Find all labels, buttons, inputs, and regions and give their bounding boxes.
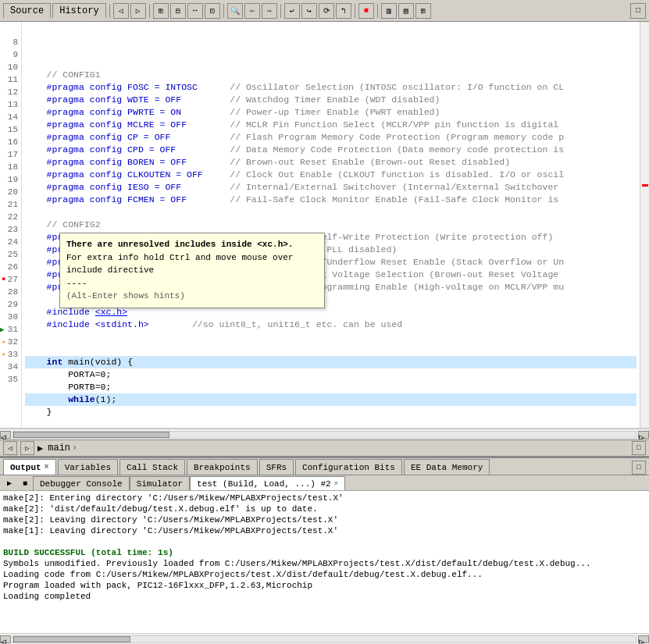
code-line: PORTA=0;	[25, 368, 637, 381]
toolbar-separator-3	[223, 4, 224, 18]
nav-forward-btn[interactable]: ▷	[20, 441, 34, 455]
gutter-line: 10	[0, 61, 21, 73]
line-number: 16	[8, 137, 18, 147]
history-tab[interactable]: History	[52, 3, 105, 18]
code-line: #pragma config FOSC = INTOSC // Oscillat…	[25, 81, 637, 94]
tab-ee-data[interactable]: EE Data Memory	[404, 459, 490, 475]
current-line-arrow-icon: ▶	[0, 326, 4, 334]
tab-output[interactable]: Output ×	[3, 459, 56, 475]
toolbar-btn-15[interactable]: ⊞	[415, 3, 431, 19]
console-line: BUILD SUCCESSFUL (total time: 1s)	[3, 547, 646, 558]
toolbar-btn-search[interactable]: 🔍	[227, 3, 243, 19]
toolbar-btn-7[interactable]: ⇦	[244, 3, 260, 19]
tab-sfrs[interactable]: SFRs	[259, 459, 294, 475]
line-number: 27	[8, 275, 18, 284]
gutter-line: 30	[0, 311, 21, 323]
sub-tab-simulator[interactable]: Simulator	[130, 476, 190, 490]
console-hscroll-track[interactable]	[12, 635, 637, 643]
console-line: Symbols unmodified. Previously loaded fr…	[3, 558, 646, 569]
tooltip-line1: For extra info hold Ctrl and move mouse …	[66, 251, 318, 277]
toolbar-btn-5[interactable]: ↔	[187, 3, 203, 19]
toolbar-btn-12[interactable]: ↰	[336, 3, 351, 19]
line-number: 14	[8, 112, 18, 122]
toolbar-btn-4[interactable]: ⊟	[170, 3, 186, 19]
toolbar-btn-13[interactable]: ▥	[381, 3, 397, 19]
line-number: 17	[8, 150, 18, 159]
gutter-line: 13	[0, 98, 21, 111]
line-number: 29	[8, 300, 18, 309]
toolbar-btn-11[interactable]: ⟳	[319, 3, 334, 19]
console-hscroll-thumb[interactable]	[13, 636, 130, 642]
gutter-line: 11	[0, 73, 21, 86]
nav-maximize[interactable]: □	[632, 441, 646, 455]
tab-call-stack[interactable]: Call Stack	[119, 459, 185, 475]
sub-tab-build[interactable]: test (Build, Load, ...) #2 ×	[190, 476, 345, 490]
hscroll-track[interactable]	[12, 431, 637, 439]
sub-tab-build-close[interactable]: ×	[334, 480, 338, 488]
toolbar-btn-9[interactable]: ↩	[284, 3, 300, 19]
hscroll-right-btn[interactable]: ▷	[638, 431, 649, 439]
toolbar-btn-3[interactable]: ⊞	[153, 3, 169, 19]
tooltip-line2: ----	[66, 277, 318, 290]
tab-config-bits[interactable]: Configuration Bits	[295, 459, 402, 475]
code-line	[25, 56, 637, 69]
bottom-panel-maximize[interactable]: □	[632, 461, 646, 475]
line-number: 34	[8, 362, 18, 372]
bottom-tabs-right: □	[632, 461, 646, 475]
tooltip-popup: There are unresolved includes inside <xc…	[59, 233, 325, 308]
gutter-line: 9	[0, 48, 21, 61]
sub-tabs-play[interactable]: ▶	[2, 476, 17, 490]
line-number: 20	[8, 187, 18, 197]
nav-right: □	[632, 441, 646, 455]
line-number: 35	[8, 375, 18, 384]
code-line: #include <stdint.h> //so uint8_t, unit16…	[25, 318, 637, 331]
console-line: make[2]: Entering directory 'C:/Users/Mi…	[3, 493, 646, 503]
toolbar-btn-1[interactable]: ◁	[113, 3, 129, 19]
gutter-line: 25	[0, 248, 21, 261]
gutter-line: 8	[0, 36, 21, 48]
error-indicator	[642, 184, 648, 187]
source-tab[interactable]: Source	[3, 3, 51, 18]
editor-hscrollbar[interactable]: ◁ ▷	[0, 429, 649, 439]
tooltip-title: There are unresolved includes inside <xc…	[66, 238, 318, 251]
gutter-line: 18	[0, 161, 21, 173]
gutter-line: 16	[0, 136, 21, 148]
hscroll-thumb[interactable]	[13, 432, 169, 438]
toolbar-btn-6[interactable]: ⊡	[205, 3, 220, 19]
toolbar-separator-5	[355, 4, 355, 18]
code-line: #pragma config MCLRE = OFF // MCLR Pin F…	[25, 119, 637, 131]
console-line: Loading completed	[3, 591, 646, 602]
toolbar-btn-8[interactable]: ⇨	[262, 3, 277, 19]
toolbar-btn-2[interactable]: ▷	[130, 3, 146, 19]
tab-breakpoints[interactable]: Breakpoints	[187, 459, 258, 475]
hscroll-left-btn[interactable]: ◁	[0, 431, 11, 439]
line-number: 31	[8, 325, 18, 334]
line-number: 19	[8, 175, 18, 184]
tab-ee-data-label: EE Data Memory	[411, 463, 483, 472]
toolbar-btn-10[interactable]: ↪	[301, 3, 317, 19]
console-hscrollbar[interactable]: ◁ ▷	[0, 633, 649, 644]
code-area[interactable]: // CONFIG1 #pragma config FOSC = INTOSC …	[22, 22, 640, 428]
line-number: 30	[8, 312, 18, 322]
console-output[interactable]: make[2]: Entering directory 'C:/Users/Mi…	[0, 491, 649, 633]
console-hscroll-left[interactable]: ◁	[0, 635, 11, 643]
gutter-line: 12	[0, 86, 21, 98]
tab-output-close[interactable]: ×	[45, 463, 49, 471]
code-line	[25, 343, 637, 356]
line-number: 10	[8, 62, 18, 72]
code-line: #pragma config BOREN = OFF // Brown-out …	[25, 156, 637, 169]
line-number: 9	[12, 50, 18, 59]
expand-icon[interactable]: ▶	[37, 443, 43, 454]
tab-call-stack-label: Call Stack	[127, 463, 178, 472]
line-number: 12	[8, 87, 18, 97]
code-line: // CONFIG1	[25, 69, 637, 81]
nav-back-btn[interactable]: ◁	[3, 441, 17, 455]
tab-variables[interactable]: Variables	[58, 459, 118, 475]
sub-tabs-stop[interactable]: ■	[17, 476, 33, 490]
toolbar-btn-14[interactable]: ▤	[398, 3, 414, 19]
sub-tab-debugger[interactable]: Debugger Console	[33, 476, 130, 490]
console-hscroll-right[interactable]: ▷	[638, 635, 649, 643]
right-scroll-indicator[interactable]	[640, 22, 649, 428]
toolbar-maximize[interactable]: □	[630, 3, 646, 19]
toolbar-btn-run[interactable]: ■	[358, 3, 374, 19]
